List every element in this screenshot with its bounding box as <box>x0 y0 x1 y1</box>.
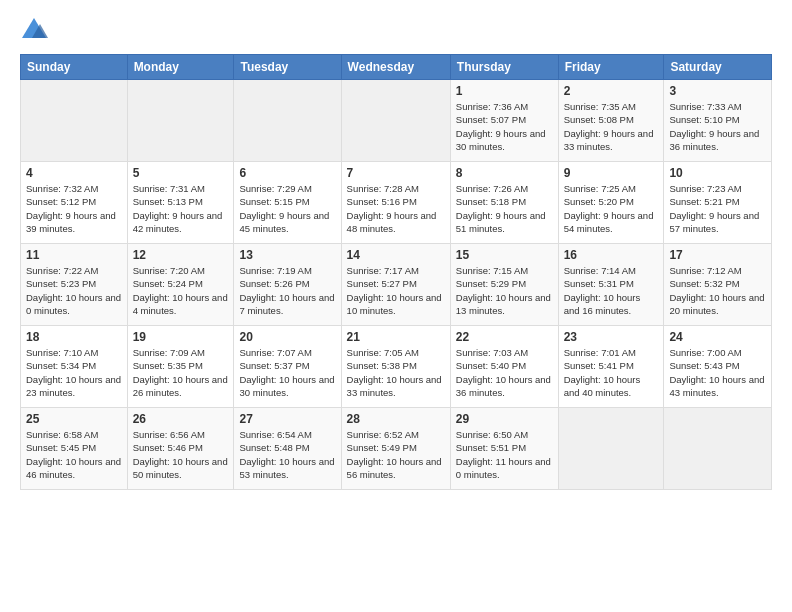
day-info: Sunrise: 7:26 AM Sunset: 5:18 PM Dayligh… <box>456 182 553 235</box>
day-number: 28 <box>347 412 445 426</box>
header-day: Saturday <box>664 55 772 80</box>
day-info: Sunrise: 7:32 AM Sunset: 5:12 PM Dayligh… <box>26 182 122 235</box>
calendar-body: 1Sunrise: 7:36 AM Sunset: 5:07 PM Daylig… <box>21 80 772 490</box>
day-number: 29 <box>456 412 553 426</box>
day-number: 17 <box>669 248 766 262</box>
calendar-cell: 25Sunrise: 6:58 AM Sunset: 5:45 PM Dayli… <box>21 408 128 490</box>
day-number: 21 <box>347 330 445 344</box>
day-number: 19 <box>133 330 229 344</box>
header-day: Friday <box>558 55 664 80</box>
calendar-cell: 13Sunrise: 7:19 AM Sunset: 5:26 PM Dayli… <box>234 244 341 326</box>
calendar-cell: 6Sunrise: 7:29 AM Sunset: 5:15 PM Daylig… <box>234 162 341 244</box>
calendar-cell: 12Sunrise: 7:20 AM Sunset: 5:24 PM Dayli… <box>127 244 234 326</box>
calendar-cell: 14Sunrise: 7:17 AM Sunset: 5:27 PM Dayli… <box>341 244 450 326</box>
calendar-cell: 17Sunrise: 7:12 AM Sunset: 5:32 PM Dayli… <box>664 244 772 326</box>
calendar-cell: 15Sunrise: 7:15 AM Sunset: 5:29 PM Dayli… <box>450 244 558 326</box>
day-number: 15 <box>456 248 553 262</box>
day-info: Sunrise: 7:05 AM Sunset: 5:38 PM Dayligh… <box>347 346 445 399</box>
calendar-cell <box>558 408 664 490</box>
calendar: SundayMondayTuesdayWednesdayThursdayFrid… <box>20 54 772 490</box>
day-info: Sunrise: 7:25 AM Sunset: 5:20 PM Dayligh… <box>564 182 659 235</box>
logo-icon <box>20 16 48 44</box>
day-number: 16 <box>564 248 659 262</box>
day-info: Sunrise: 7:14 AM Sunset: 5:31 PM Dayligh… <box>564 264 659 317</box>
calendar-cell <box>664 408 772 490</box>
calendar-cell: 5Sunrise: 7:31 AM Sunset: 5:13 PM Daylig… <box>127 162 234 244</box>
day-info: Sunrise: 7:00 AM Sunset: 5:43 PM Dayligh… <box>669 346 766 399</box>
header-day: Sunday <box>21 55 128 80</box>
day-number: 12 <box>133 248 229 262</box>
day-info: Sunrise: 7:19 AM Sunset: 5:26 PM Dayligh… <box>239 264 335 317</box>
calendar-cell: 29Sunrise: 6:50 AM Sunset: 5:51 PM Dayli… <box>450 408 558 490</box>
calendar-week: 18Sunrise: 7:10 AM Sunset: 5:34 PM Dayli… <box>21 326 772 408</box>
calendar-cell: 21Sunrise: 7:05 AM Sunset: 5:38 PM Dayli… <box>341 326 450 408</box>
day-info: Sunrise: 7:01 AM Sunset: 5:41 PM Dayligh… <box>564 346 659 399</box>
calendar-cell: 1Sunrise: 7:36 AM Sunset: 5:07 PM Daylig… <box>450 80 558 162</box>
day-number: 20 <box>239 330 335 344</box>
day-info: Sunrise: 7:22 AM Sunset: 5:23 PM Dayligh… <box>26 264 122 317</box>
day-info: Sunrise: 7:03 AM Sunset: 5:40 PM Dayligh… <box>456 346 553 399</box>
day-number: 3 <box>669 84 766 98</box>
calendar-cell <box>341 80 450 162</box>
day-info: Sunrise: 7:10 AM Sunset: 5:34 PM Dayligh… <box>26 346 122 399</box>
day-number: 7 <box>347 166 445 180</box>
header-day: Thursday <box>450 55 558 80</box>
day-number: 6 <box>239 166 335 180</box>
day-number: 25 <box>26 412 122 426</box>
day-info: Sunrise: 7:17 AM Sunset: 5:27 PM Dayligh… <box>347 264 445 317</box>
calendar-cell: 2Sunrise: 7:35 AM Sunset: 5:08 PM Daylig… <box>558 80 664 162</box>
calendar-cell: 26Sunrise: 6:56 AM Sunset: 5:46 PM Dayli… <box>127 408 234 490</box>
calendar-cell: 10Sunrise: 7:23 AM Sunset: 5:21 PM Dayli… <box>664 162 772 244</box>
day-info: Sunrise: 6:52 AM Sunset: 5:49 PM Dayligh… <box>347 428 445 481</box>
calendar-cell: 27Sunrise: 6:54 AM Sunset: 5:48 PM Dayli… <box>234 408 341 490</box>
calendar-cell: 11Sunrise: 7:22 AM Sunset: 5:23 PM Dayli… <box>21 244 128 326</box>
day-number: 4 <box>26 166 122 180</box>
calendar-cell: 23Sunrise: 7:01 AM Sunset: 5:41 PM Dayli… <box>558 326 664 408</box>
calendar-cell: 18Sunrise: 7:10 AM Sunset: 5:34 PM Dayli… <box>21 326 128 408</box>
calendar-cell <box>127 80 234 162</box>
day-number: 24 <box>669 330 766 344</box>
day-number: 5 <box>133 166 229 180</box>
page: SundayMondayTuesdayWednesdayThursdayFrid… <box>0 0 792 612</box>
day-info: Sunrise: 7:28 AM Sunset: 5:16 PM Dayligh… <box>347 182 445 235</box>
day-info: Sunrise: 7:15 AM Sunset: 5:29 PM Dayligh… <box>456 264 553 317</box>
day-number: 11 <box>26 248 122 262</box>
day-info: Sunrise: 6:58 AM Sunset: 5:45 PM Dayligh… <box>26 428 122 481</box>
calendar-cell: 20Sunrise: 7:07 AM Sunset: 5:37 PM Dayli… <box>234 326 341 408</box>
calendar-week: 11Sunrise: 7:22 AM Sunset: 5:23 PM Dayli… <box>21 244 772 326</box>
calendar-header: SundayMondayTuesdayWednesdayThursdayFrid… <box>21 55 772 80</box>
calendar-cell: 19Sunrise: 7:09 AM Sunset: 5:35 PM Dayli… <box>127 326 234 408</box>
day-info: Sunrise: 7:35 AM Sunset: 5:08 PM Dayligh… <box>564 100 659 153</box>
calendar-cell: 7Sunrise: 7:28 AM Sunset: 5:16 PM Daylig… <box>341 162 450 244</box>
calendar-cell <box>21 80 128 162</box>
day-info: Sunrise: 7:12 AM Sunset: 5:32 PM Dayligh… <box>669 264 766 317</box>
header-day: Wednesday <box>341 55 450 80</box>
day-number: 26 <box>133 412 229 426</box>
day-number: 2 <box>564 84 659 98</box>
calendar-cell: 8Sunrise: 7:26 AM Sunset: 5:18 PM Daylig… <box>450 162 558 244</box>
day-number: 22 <box>456 330 553 344</box>
day-number: 14 <box>347 248 445 262</box>
day-number: 13 <box>239 248 335 262</box>
day-info: Sunrise: 7:33 AM Sunset: 5:10 PM Dayligh… <box>669 100 766 153</box>
day-number: 10 <box>669 166 766 180</box>
day-number: 18 <box>26 330 122 344</box>
header-day: Tuesday <box>234 55 341 80</box>
calendar-cell: 4Sunrise: 7:32 AM Sunset: 5:12 PM Daylig… <box>21 162 128 244</box>
day-number: 27 <box>239 412 335 426</box>
day-info: Sunrise: 7:36 AM Sunset: 5:07 PM Dayligh… <box>456 100 553 153</box>
calendar-week: 4Sunrise: 7:32 AM Sunset: 5:12 PM Daylig… <box>21 162 772 244</box>
day-info: Sunrise: 7:07 AM Sunset: 5:37 PM Dayligh… <box>239 346 335 399</box>
calendar-cell <box>234 80 341 162</box>
logo <box>20 16 52 44</box>
calendar-cell: 22Sunrise: 7:03 AM Sunset: 5:40 PM Dayli… <box>450 326 558 408</box>
day-number: 9 <box>564 166 659 180</box>
day-number: 8 <box>456 166 553 180</box>
day-info: Sunrise: 6:50 AM Sunset: 5:51 PM Dayligh… <box>456 428 553 481</box>
calendar-cell: 9Sunrise: 7:25 AM Sunset: 5:20 PM Daylig… <box>558 162 664 244</box>
day-number: 1 <box>456 84 553 98</box>
day-info: Sunrise: 7:29 AM Sunset: 5:15 PM Dayligh… <box>239 182 335 235</box>
day-info: Sunrise: 7:09 AM Sunset: 5:35 PM Dayligh… <box>133 346 229 399</box>
day-info: Sunrise: 6:56 AM Sunset: 5:46 PM Dayligh… <box>133 428 229 481</box>
header <box>20 16 772 44</box>
